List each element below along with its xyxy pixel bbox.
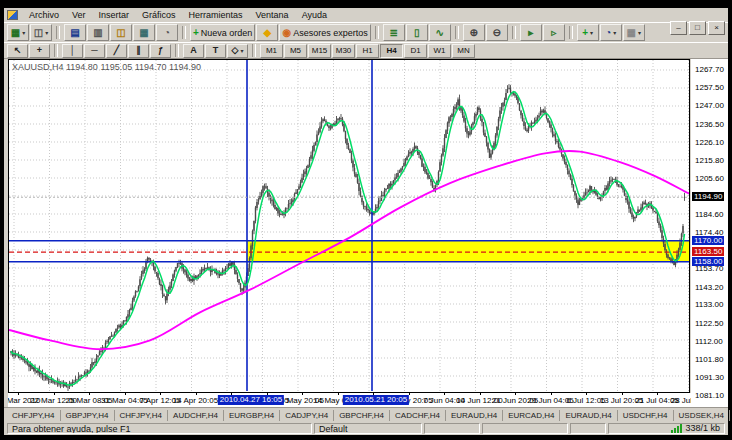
time-axis-label: 28 Jul 12:05 [671,396,691,405]
crosshair-button[interactable]: + [29,44,50,58]
cursor-button[interactable]: ↖ [7,44,28,58]
arrows-button[interactable]: ◇▾ [227,44,248,58]
label-button[interactable]: T [205,44,226,58]
price-axis-label: 1215.80 [695,157,724,165]
chart-line-button[interactable]: ∿ [429,24,451,41]
timeframe-m1[interactable]: M1 [260,44,283,58]
timeframe-w1[interactable]: W1 [428,44,451,58]
menu-archivo[interactable]: Archivo [23,9,66,21]
time-axis-label: 14 Apr 20:05 [173,396,218,405]
label-icon: T [213,46,219,55]
market-watch-button[interactable]: ▤ [64,24,86,41]
trendline-button[interactable]: ╱ [106,44,127,58]
status-panel-empty-1 [424,423,480,434]
chevron-down-icon: ▾ [613,29,616,36]
chart-tab-eurcad-h4[interactable]: EURCAD,H4 [503,410,560,421]
main-toolbar: ▦▾◫▾▤▥◫▦◔+Nueva orden◆◉Asesores expertos… [4,22,728,43]
new-chart-button[interactable]: ▦▾ [7,24,29,41]
channel-button[interactable]: ∥ [128,44,149,58]
templates-button[interactable]: ▦▾ [623,24,645,41]
chart-shift-button[interactable]: ▹ [543,24,565,41]
text-button[interactable]: A [183,44,204,58]
menu-ventana[interactable]: Ventana [250,9,296,21]
timeframe-h1[interactable]: H1 [356,44,379,58]
chart-tab-euraud-h4[interactable]: EURAUD,H4 [446,410,503,421]
chart-tab-cadjpy-h4[interactable]: CADJPY,H4 [280,410,334,421]
navigator-button[interactable]: ◫ [110,24,132,41]
chart-tab-euraud-h4[interactable]: EURAUD,H4 [560,410,617,421]
price-chart[interactable] [9,60,689,391]
data-window-button[interactable]: ▥ [87,24,109,41]
time-tick-mark [160,393,161,395]
zoom-out-button[interactable]: ⊖ [486,24,508,41]
trendline-icon: ╱ [114,46,119,55]
minimize-button[interactable]: – [670,21,687,35]
chart-tab-bar: CHFJPY,H4GBPJPY,H4CHFJPY,H4AUDCHF,H4EURG… [4,407,728,422]
close-button[interactable]: × [708,21,725,35]
metaeditor-button[interactable]: ◆ [256,24,278,41]
chart-tab-gbpjpy-h4[interactable]: GBPJPY,H4 [61,410,115,421]
zoom-in-button[interactable]: ⊕ [463,24,485,41]
fibonacci-button[interactable]: ƒ [150,44,171,58]
arrows-icon: ◇ [232,46,239,55]
price-axis-label: 1112.00 [695,338,723,346]
status-connection-panel: 338/1 kb [608,423,725,434]
periods-button[interactable]: ◔▾ [600,24,622,41]
chart-candles-button[interactable]: ▯ [406,24,428,41]
timeframe-m15[interactable]: M15 [308,44,331,58]
toolbar-separator [252,44,256,57]
price-level-box: 1158.00 [692,257,724,266]
timeframe-mn[interactable]: MN [452,44,475,58]
time-tick-mark [302,393,303,395]
time-tick-mark [586,393,587,395]
price-axis: 1267.701257.501247.001236.501226.101215.… [691,59,728,415]
app-logo-icon [7,10,18,20]
chart-tab-audchf-h4[interactable]: AUDCHF,H4 [168,410,224,421]
chart-tab-chfjpy-h4[interactable]: CHFJPY,H4 [7,410,61,421]
toolbar-separator [512,26,516,39]
chart-tab-usdchf-h4[interactable]: USDCHF,H4 [618,410,674,421]
channel-icon: ∥ [136,46,141,55]
menu-insertar[interactable]: Insertar [93,9,137,21]
chart-tab-chfjpy-h4[interactable]: CHFJPY,H4 [115,410,169,421]
expert-advisors-button[interactable]: ◉Asesores expertos [279,24,370,41]
chart-tab-usdsek-h4[interactable]: USDSEK,H4 [674,410,730,421]
new-order-button[interactable]: +Nueva orden [190,24,255,41]
timeframe-m30[interactable]: M30 [332,44,355,58]
auto-scroll-button[interactable]: ▸ [520,24,542,41]
vline-time-box: 2010.05.21 20:05 [343,395,409,405]
restore-button[interactable]: □ [689,21,706,35]
navigator-icon: ◫ [116,28,125,38]
cursor-icon: ↖ [14,46,22,55]
timeframe-d1[interactable]: D1 [404,44,427,58]
menu-ver[interactable]: Ver [66,9,93,21]
connection-traffic: 338/1 kb [685,423,720,434]
hline-button[interactable]: ─ [84,44,105,58]
chart-tab-gbpchf-h4[interactable]: GBPCHF,H4 [334,410,390,421]
chart-bars-button[interactable]: ≣ [383,24,405,41]
indicators-button[interactable]: +▾ [577,24,599,41]
chart-canvas[interactable]: XAUUSD,H4 1194.80 1195.05 1194.70 1194.9… [8,59,690,393]
vline-button[interactable]: │ [62,44,83,58]
toolbar-separator [54,44,58,57]
menu-ayuda[interactable]: Ayuda [296,9,334,21]
time-tick-mark [657,393,658,395]
status-panel-empty-3 [570,423,606,434]
chart-line-icon: ∿ [435,28,443,38]
time-tick-mark [551,393,552,395]
strategy-tester-button[interactable]: ◔ [156,24,178,41]
status-profile[interactable]: Default [314,423,422,434]
metaeditor-icon: ◆ [264,28,272,38]
terminal-button[interactable]: ▦ [133,24,155,41]
expert-advisors-icon: ◉ [282,28,291,38]
price-axis-label: 1247.00 [695,102,724,110]
chart-tab-eurgbp-h4[interactable]: EURGBP,H4 [224,410,280,421]
menu-herramientas[interactable]: Herramientas [183,9,250,21]
timeframe-h4[interactable]: H4 [380,44,403,58]
timeframe-m5[interactable]: M5 [284,44,307,58]
chart-tab-cadchf-h4[interactable]: CADCHF,H4 [390,410,446,421]
profiles-button[interactable]: ◫▾ [30,24,52,41]
menu-gráficos[interactable]: Gráficos [136,9,183,21]
menu-bar: ArchivoVerInsertarGráficosHerramientasVe… [4,8,728,22]
toolbar-separator [455,26,459,39]
